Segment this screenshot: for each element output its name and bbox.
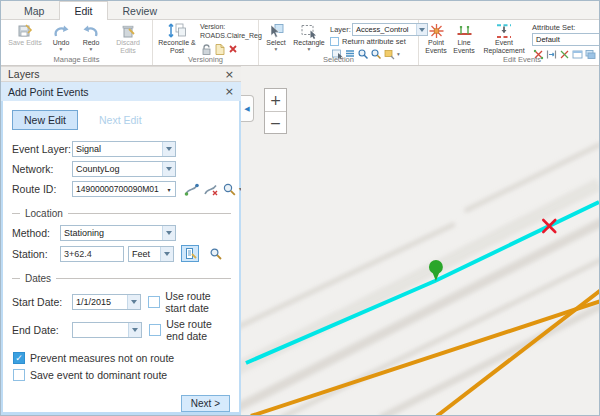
- add-point-events-pane: New Edit Next Edit Event Layer: Signal N…: [1, 101, 241, 415]
- use-route-end-date-label: Use route end date: [166, 318, 231, 342]
- discard-edits-button[interactable]: Discard Edits: [106, 21, 150, 54]
- add-point-events-titlebar: Add Point Events ×: [1, 82, 241, 101]
- close-icon[interactable]: ×: [225, 86, 234, 97]
- attribute-set-label: Attribute Set:: [532, 23, 600, 32]
- chevron-down-icon[interactable]: [160, 247, 173, 261]
- group-manage-edits: Save Edits Undo ▾ Redo ▾: [1, 20, 153, 65]
- version-label: Version:: [200, 23, 256, 32]
- event-replacement-label: Event Replacement: [480, 39, 528, 54]
- attribute-set-value: Default: [533, 35, 600, 44]
- dock-panel: Layers × Add Point Events × New Edit Nex…: [1, 66, 241, 415]
- dates-section-header: Dates: [12, 273, 231, 284]
- group-selection: Select ▾ Rectangle ▾ Layer: Access_Contr…: [259, 20, 419, 65]
- chevron-down-icon[interactable]: ▾: [275, 47, 278, 51]
- event-replacement-button[interactable]: Event Replacement: [478, 21, 530, 54]
- rectangle-select-icon: [300, 22, 318, 39]
- attribute-set-select[interactable]: Default: [532, 33, 600, 46]
- event-layer-value: Signal: [73, 144, 162, 154]
- method-select[interactable]: Stationing: [60, 225, 176, 241]
- layer-value: Access_Control: [353, 25, 416, 34]
- station-units-select[interactable]: Feet: [128, 246, 174, 262]
- chevron-down-icon[interactable]: [162, 162, 175, 176]
- chevron-down-icon[interactable]: ▾: [90, 47, 93, 51]
- selected-route-line: [246, 202, 599, 363]
- redo-button[interactable]: Redo ▾: [76, 21, 106, 51]
- ribbon-tabs: Map Edit Review: [1, 1, 599, 20]
- collapse-left-icon: ◀: [244, 105, 249, 113]
- clear-route-icon[interactable]: [203, 181, 218, 197]
- application-window: Map Edit Review Save Edits Undo ▾: [0, 0, 600, 416]
- point-events-icon: [428, 22, 445, 39]
- prevent-measures-checkbox[interactable]: ✓: [13, 352, 25, 364]
- pick-station-on-map-button[interactable]: [181, 245, 199, 262]
- start-date-value: 1/1/2015: [73, 297, 127, 307]
- line-events-icon: [456, 22, 473, 39]
- redo-icon: [82, 22, 100, 39]
- event-layer-select[interactable]: Signal: [72, 141, 176, 157]
- station-units-value: Feet: [129, 249, 160, 259]
- end-date-input[interactable]: [72, 322, 142, 338]
- save-edits-label: Save Edits: [8, 39, 41, 47]
- reconcile-post-button[interactable]: Reconcile & Post: [156, 21, 198, 54]
- group-label-edit-events: Edit Events: [419, 55, 600, 64]
- save-edits-button[interactable]: Save Edits: [4, 21, 46, 47]
- pane-title: Add Point Events: [8, 86, 89, 98]
- chevron-down-icon[interactable]: [128, 323, 141, 337]
- layer-select[interactable]: Access_Control: [352, 23, 428, 36]
- next-button[interactable]: Next >: [181, 395, 230, 412]
- network-select[interactable]: CountyLog: [72, 161, 176, 177]
- chevron-down-icon[interactable]: ▾: [60, 47, 63, 51]
- tab-review[interactable]: Review: [108, 1, 172, 19]
- layers-pane-title: Layers: [8, 68, 40, 80]
- new-edit-button[interactable]: New Edit: [12, 110, 78, 130]
- zoom-to-route-icon[interactable]: [222, 181, 237, 197]
- station-label: Station:: [12, 248, 60, 260]
- map-layers: [241, 66, 599, 415]
- event-replacement-icon: [494, 22, 514, 39]
- zoom-out-button[interactable]: −: [265, 111, 286, 133]
- chevron-down-icon[interactable]: ▾: [163, 186, 175, 193]
- undo-icon: [52, 22, 70, 39]
- save-dominant-route-checkbox[interactable]: ✓: [13, 369, 25, 381]
- chevron-down-icon[interactable]: [162, 142, 175, 156]
- reconcile-post-icon: [167, 22, 187, 39]
- chevron-down-icon[interactable]: [162, 226, 175, 240]
- zoom-in-button[interactable]: +: [265, 89, 286, 111]
- chevron-down-icon[interactable]: [127, 295, 140, 309]
- basemap-road-texture: [241, 144, 599, 415]
- zoom-to-station-icon[interactable]: [208, 246, 224, 262]
- version-value: ROADS.Claire_Reg: [200, 32, 256, 41]
- tab-edit[interactable]: Edit: [59, 1, 107, 20]
- map-zoom-control: + −: [264, 88, 287, 134]
- use-route-end-date-checkbox[interactable]: ✓: [149, 324, 161, 336]
- use-route-start-date-checkbox[interactable]: ✓: [148, 296, 160, 308]
- line-events-button[interactable]: Line Events: [450, 21, 478, 54]
- delete-version-icon[interactable]: [226, 43, 239, 56]
- select-icon: [267, 22, 285, 39]
- main-area: Layers × Add Point Events × New Edit Nex…: [1, 66, 599, 415]
- event-layer-label: Event Layer:: [12, 143, 72, 155]
- close-icon[interactable]: ×: [225, 69, 234, 80]
- collapse-panel-button[interactable]: ◀: [241, 95, 254, 122]
- use-route-start-date-label: Use route start date: [165, 290, 231, 314]
- return-attribute-set-checkbox[interactable]: ✓: [330, 37, 339, 46]
- event-point-marker: [429, 260, 443, 274]
- select-route-icon[interactable]: [184, 181, 199, 197]
- rectangle-select-button[interactable]: Rectangle ▾: [290, 21, 328, 51]
- new-version-icon[interactable]: [213, 43, 226, 56]
- point-events-button[interactable]: Point Events: [422, 21, 450, 54]
- select-button[interactable]: Select ▾: [262, 21, 290, 51]
- point-events-label: Point Events: [424, 39, 448, 54]
- station-value: 3+62.4: [64, 249, 92, 259]
- map-canvas[interactable]: ◀ + −: [241, 66, 599, 415]
- undo-button[interactable]: Undo ▾: [46, 21, 76, 51]
- next-edit-button[interactable]: Next Edit: [87, 110, 154, 130]
- route-id-input[interactable]: 14900000700090M01 ▾: [72, 181, 176, 197]
- save-dominant-route-label: Save event to dominant route: [30, 369, 167, 381]
- chevron-down-icon[interactable]: ▾: [308, 47, 311, 51]
- change-version-icon[interactable]: [200, 43, 213, 56]
- start-date-input[interactable]: 1/1/2015: [72, 294, 141, 310]
- station-input[interactable]: 3+62.4: [60, 246, 124, 262]
- prevent-measures-label: Prevent measures not on route: [30, 352, 174, 364]
- tab-map[interactable]: Map: [9, 1, 59, 19]
